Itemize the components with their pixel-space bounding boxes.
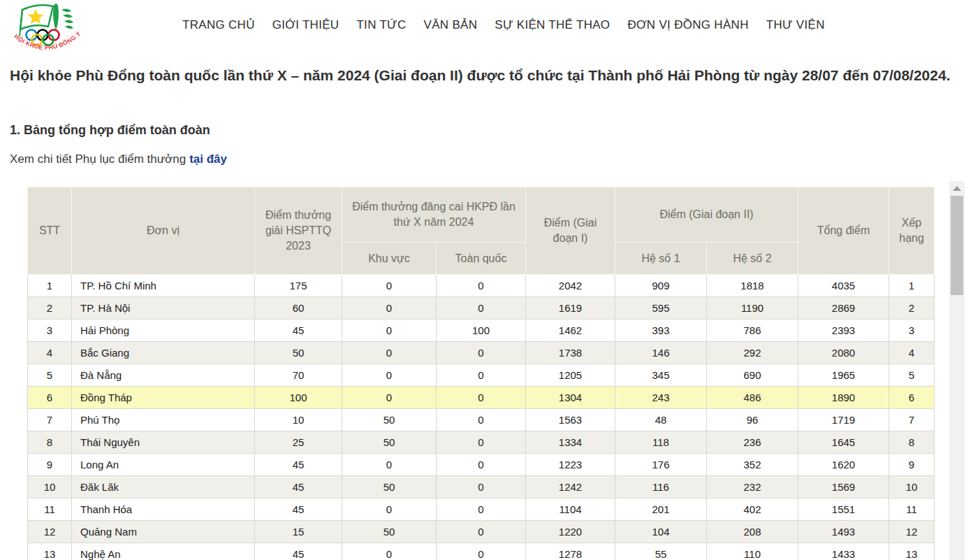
cell-rank: 5	[889, 364, 935, 387]
cell-coef2: 232	[707, 476, 798, 498]
cell-coef2: 1190	[707, 297, 798, 320]
col-header-hspttq: Điểm thưởng giải HSPTTQ 2023	[255, 187, 342, 275]
cell-stt: 13	[28, 543, 72, 560]
cell-national: 0	[437, 297, 526, 320]
cell-coef1: 345	[615, 364, 707, 387]
cell-rank: 13	[889, 543, 935, 560]
cell-coef1: 116	[615, 476, 707, 498]
nav-item-partners[interactable]: ĐƠN VỊ ĐỒNG HÀNH	[627, 18, 748, 32]
col-header-rank: Xếp hạng	[889, 187, 935, 275]
cell-coef2: 690	[707, 364, 798, 387]
cell-bonus-2023: 45	[255, 498, 342, 521]
score-table-container: STT Đơn vị Điểm thưởng giải HSPTTQ 2023 …	[27, 187, 934, 560]
cell-unit: Thái Nguyên	[72, 431, 255, 454]
cell-region: 0	[342, 543, 437, 560]
cell-phase1: 1563	[526, 409, 615, 431]
cell-bonus-2023: 45	[255, 320, 342, 342]
bamboo-shoot	[53, 3, 59, 31]
cell-unit: Đồng Tháp	[72, 387, 255, 409]
nav-item-about[interactable]: GIỚI THIỆU	[272, 18, 339, 32]
table-row: 11Thanh Hóa45001104201402155111	[28, 498, 935, 521]
cell-coef2: 786	[707, 320, 798, 342]
nav-item-library[interactable]: THƯ VIỆN	[766, 18, 825, 32]
cell-coef2: 292	[707, 342, 798, 364]
cell-stt: 4	[28, 342, 72, 364]
table-body: 1TP. Hồ Chí Minh1750020429091818403512TP…	[28, 275, 935, 560]
cell-rank: 2	[889, 297, 935, 320]
table-row: 3Hải Phòng450100146239378623933	[28, 320, 935, 342]
cell-coef1: 176	[615, 454, 707, 476]
cell-rank: 10	[889, 476, 935, 498]
cell-bonus-2023: 15	[255, 521, 342, 543]
table-row: 8Thái Nguyên25500133411823616458	[28, 431, 935, 454]
cell-region: 50	[342, 431, 437, 454]
cell-phase1: 1220	[526, 521, 615, 543]
table-row: 5Đà Nẵng7000120534569019655	[28, 364, 935, 387]
cell-national: 0	[437, 409, 526, 431]
table-row: 4Bắc Giang5000173814629220804	[28, 342, 935, 364]
cell-total: 1719	[798, 409, 889, 431]
cell-total: 1890	[798, 387, 889, 409]
table-row: 13Nghệ An4500127855110143313	[28, 543, 935, 560]
cell-total: 1433	[798, 543, 889, 560]
cell-national: 0	[437, 387, 526, 409]
cell-national: 0	[437, 364, 526, 387]
col-header-stt: STT	[28, 187, 72, 275]
cell-coef2: 352	[707, 454, 798, 476]
cell-bonus-2023: 45	[255, 543, 342, 560]
nav-item-sports-events[interactable]: SỰ KIỆN THỂ THAO	[495, 18, 610, 32]
note-link[interactable]: tại đây	[189, 152, 227, 166]
col-header-phase1: Điểm (Giai đoạn I)	[526, 187, 615, 275]
cell-coef2: 486	[707, 387, 798, 409]
site-logo[interactable]: HỘI KHỎE PHÙ ĐỔNG TOÀN QUỐC	[10, 0, 85, 59]
cell-national: 0	[437, 498, 526, 521]
col-header-unit: Đơn vị	[72, 187, 255, 275]
cell-total: 2869	[798, 297, 889, 320]
scrollbar-thumb[interactable]	[951, 196, 963, 295]
cell-region: 0	[342, 498, 437, 521]
nav-item-documents[interactable]: VĂN BẢN	[424, 18, 478, 32]
cell-phase1: 1223	[526, 454, 615, 476]
score-table: STT Đơn vị Điểm thưởng giải HSPTTQ 2023 …	[27, 187, 935, 560]
note-text: Xem chi tiết Phụ lục điểm thưởng	[10, 152, 186, 166]
cell-national: 0	[437, 543, 526, 560]
table-row: 6Đồng Tháp10000130424348618906	[28, 387, 935, 409]
col-header-coef2: Hệ số 2	[707, 243, 798, 275]
cell-coef1: 393	[615, 320, 707, 342]
page-title: Hội khỏe Phù Đổng toàn quốc lần thứ X – …	[10, 64, 954, 87]
cell-phase1: 1738	[526, 342, 615, 364]
cell-total: 1620	[798, 454, 889, 476]
cell-coef1: 55	[615, 543, 707, 560]
cell-unit: TP. Hồ Chí Minh	[72, 275, 255, 297]
cell-coef1: 909	[615, 275, 707, 297]
cell-region: 0	[342, 342, 437, 364]
nav-item-news[interactable]: TIN TỨC	[356, 18, 406, 32]
table-row: 9Long An4500122317635216209	[28, 454, 935, 476]
cell-region: 0	[342, 364, 437, 387]
cell-rank: 1	[889, 275, 935, 297]
cell-total: 1965	[798, 364, 889, 387]
cell-total: 2393	[798, 320, 889, 342]
cell-total: 1645	[798, 431, 889, 454]
scroll-up-button[interactable]	[949, 181, 965, 195]
cell-stt: 12	[28, 521, 72, 543]
nav-item-home[interactable]: TRANG CHỦ	[182, 18, 255, 32]
cell-unit: Đà Nẵng	[72, 364, 255, 387]
cell-phase1: 1334	[526, 431, 615, 454]
cell-phase1: 1304	[526, 387, 615, 409]
cell-coef1: 104	[615, 521, 707, 543]
cell-region: 50	[342, 476, 437, 498]
cell-bonus-2023: 70	[255, 364, 342, 387]
cell-rank: 3	[889, 320, 935, 342]
cell-coef1: 48	[615, 409, 707, 431]
cell-total: 4035	[798, 275, 889, 297]
cell-coef2: 402	[707, 498, 798, 521]
col-header-phase2: Điểm (Giai đoạn II)	[615, 187, 798, 243]
col-header-hosting: Điểm thưởng đăng cai HKPĐ lần thứ X năm …	[342, 187, 526, 243]
cell-region: 0	[342, 387, 437, 409]
cell-phase1: 1104	[526, 498, 615, 521]
table-scrollbar[interactable]	[949, 181, 965, 560]
cell-unit: Quảng Nam	[72, 521, 255, 543]
table-row: 10Đăk Lăk455001242116232156910	[28, 476, 935, 498]
cell-rank: 11	[889, 498, 935, 521]
